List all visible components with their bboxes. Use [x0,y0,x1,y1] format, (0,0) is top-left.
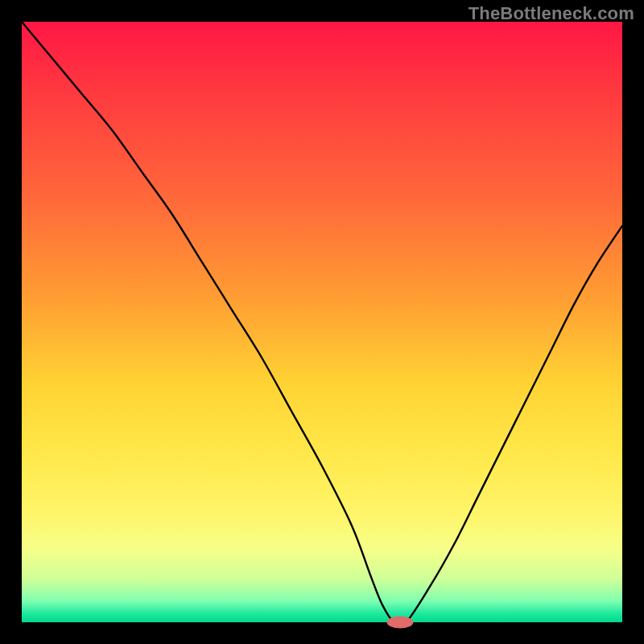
bottleneck-chart [0,0,644,644]
watermark-text: TheBottleneck.com [469,3,634,24]
chart-gradient-background [22,22,622,622]
optimal-point-marker [387,617,414,629]
chart-container: { "watermark": "TheBottleneck.com", "col… [0,0,644,644]
